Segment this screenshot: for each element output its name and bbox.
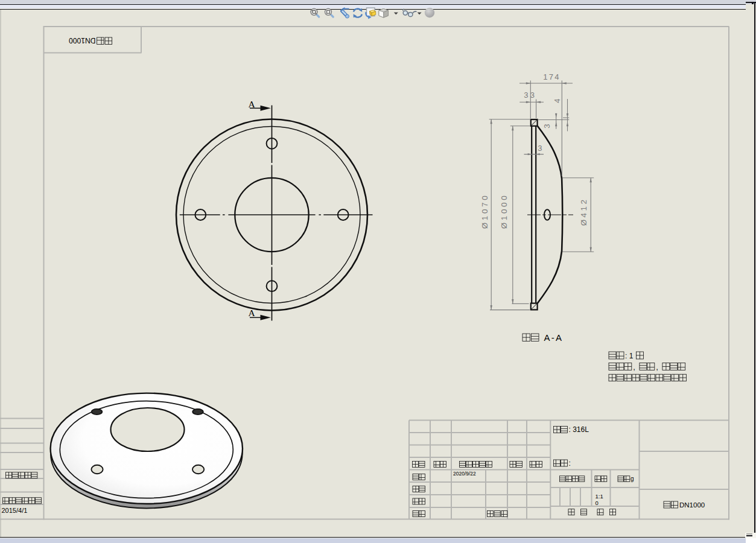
svg-text:0: 0 — [596, 500, 599, 506]
svg-text:Ø412: Ø412 — [579, 198, 588, 226]
svg-text:2015/4/1: 2015/4/1 — [2, 507, 28, 514]
svg-text:4: 4 — [553, 98, 562, 103]
svg-text:: 316L: : 316L — [569, 425, 589, 434]
svg-text:A: A — [249, 99, 256, 109]
svg-text::: : — [569, 459, 571, 468]
svg-text:33: 33 — [524, 91, 536, 100]
svg-text:A: A — [249, 308, 256, 318]
svg-text:DN1000: DN1000 — [69, 36, 96, 45]
svg-text:Ø1000: Ø1000 — [500, 194, 509, 229]
svg-text:A-A: A-A — [544, 332, 564, 343]
svg-text:2020/9/22: 2020/9/22 — [453, 471, 476, 477]
svg-text:1:1: 1:1 — [596, 493, 603, 500]
svg-text:g: g — [631, 475, 634, 482]
svg-text:3: 3 — [542, 124, 551, 128]
svg-text:,: , — [633, 363, 635, 372]
svg-text:174: 174 — [543, 72, 560, 81]
svg-text:,: , — [656, 363, 658, 372]
svg-text:: 1: : 1 — [625, 352, 634, 360]
svg-text:3: 3 — [538, 144, 542, 153]
svg-text:Ø1070: Ø1070 — [480, 194, 489, 229]
svg-text:DN1000: DN1000 — [679, 501, 705, 509]
